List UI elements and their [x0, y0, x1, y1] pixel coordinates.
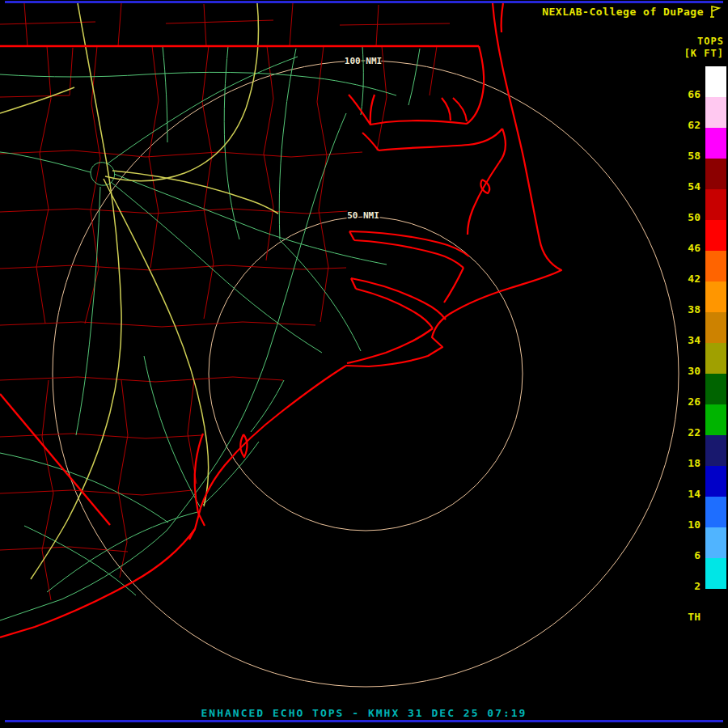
county-boundary [36, 46, 51, 324]
legend-color-swatch [705, 589, 726, 620]
range-ring-50nmi [209, 217, 523, 531]
legend-row: 46 [663, 220, 726, 251]
county-boundary [0, 434, 202, 438]
legend-value-label: 2 [683, 580, 700, 592]
road [111, 182, 322, 353]
legend-value-label: 30 [683, 365, 700, 377]
legend-row: 34 [663, 312, 726, 343]
county-boundary [0, 490, 193, 495]
county-boundary [24, 3, 379, 46]
legend-color-swatch [705, 466, 726, 497]
legend-color-swatch [705, 97, 726, 128]
legend-value-label: 66 [683, 88, 700, 100]
road [144, 356, 201, 508]
legend-value-label: 18 [683, 457, 700, 469]
legend-value-label: 58 [683, 150, 700, 162]
legend-value-label: 10 [683, 518, 700, 531]
legend-row: 50 [663, 189, 726, 220]
legend-color-swatch [705, 558, 726, 589]
legend-row: 26 [663, 374, 726, 404]
header: NEXLAB-College of DuPage [542, 4, 723, 19]
ring-label-50nmi: 50 NMI [347, 210, 379, 221]
road [0, 72, 396, 95]
road [279, 49, 296, 239]
radar-screen: 100 NMI 50 NMI NEXLAB-College of DuPage … [0, 0, 728, 728]
county-boundary [42, 380, 53, 600]
legend-color-swatch [705, 189, 726, 220]
road [163, 46, 167, 142]
legend-color-swatch [705, 404, 726, 435]
upper-banks-line [502, 3, 503, 32]
station-flag-icon [709, 4, 723, 19]
ring-label-100nmi: 100 NMI [345, 56, 382, 66]
legend-row: 2 [663, 558, 726, 589]
county-boundary [202, 46, 214, 319]
legend-value-label: 22 [683, 426, 700, 438]
county-boundary [118, 380, 128, 578]
legend-scale: 66625854504642383430262218141062TH [663, 66, 726, 620]
legend-value-label: TH [683, 611, 700, 623]
legend-row: 30 [663, 343, 726, 374]
legend-color-swatch [705, 251, 726, 281]
legend-color-swatch [705, 312, 726, 343]
county-boundary [264, 46, 273, 260]
road [0, 152, 91, 172]
legend-title: TOPS [663, 36, 726, 48]
range-rings [53, 61, 679, 687]
legend-color-swatch [705, 374, 726, 404]
legend-row: 62 [663, 97, 726, 128]
county-boundary [0, 377, 283, 382]
legend-color-swatch [705, 128, 726, 159]
county-boundary [0, 48, 73, 97]
legend-value-label: 38 [683, 303, 700, 315]
county-boundary [0, 209, 348, 214]
legend-value-label: 46 [683, 242, 700, 254]
county-boundary [0, 322, 315, 327]
pamlico-river-shore [349, 231, 469, 268]
currituck-shore [467, 46, 484, 124]
range-ring-100nmi [53, 61, 679, 687]
legend-value-label: 54 [683, 180, 700, 193]
legend-value-label: 6 [683, 549, 700, 561]
pamlico-sound-shore [468, 163, 499, 235]
county-boundary [317, 46, 328, 322]
legend-value-label: 14 [683, 488, 700, 500]
legend-row: 42 [663, 251, 726, 281]
coastline [0, 3, 561, 637]
road-lines [0, 46, 420, 620]
legend-value-label: 50 [683, 211, 700, 223]
legend-color-swatch [705, 435, 726, 466]
interstate [112, 171, 278, 214]
legend-row: 18 [663, 435, 726, 466]
state-borders [0, 46, 479, 525]
legend-value-label: 62 [683, 119, 700, 131]
county-boundary [0, 20, 450, 25]
legend-row: 10 [663, 497, 726, 527]
neuse-river-shore [351, 278, 446, 328]
radar-map: 100 NMI 50 NMI [0, 0, 728, 728]
county-boundary [377, 46, 437, 150]
legend-color-swatch [705, 343, 726, 374]
county-boundary [0, 150, 362, 157]
status-bar-text: ENHANCED ECHO TOPS - KMHX 31 DEC 25 07:1… [201, 707, 527, 719]
legend-row: 38 [663, 281, 726, 312]
legend-color-swatch [705, 497, 726, 527]
legend-value-label: 26 [683, 396, 700, 408]
legend-color-swatch [705, 66, 726, 97]
albemarle-south-shore [362, 129, 506, 163]
road [203, 442, 259, 505]
between-rivers-shore [444, 268, 463, 303]
highway-lines [0, 3, 278, 579]
legend-row: 66 [663, 66, 726, 97]
legend-row: 6 [663, 527, 726, 558]
interstate [0, 87, 74, 113]
legend-color-swatch [705, 159, 726, 189]
legend-row: 54 [663, 159, 726, 189]
legend-row: 14 [663, 466, 726, 497]
legend-color-swatch [705, 220, 726, 251]
site-title: NEXLAB-College of DuPage [542, 6, 704, 18]
legend: TOPS [K FT] 6662585450464238343026221814… [663, 36, 726, 620]
legend-value-label: 42 [683, 273, 700, 285]
legend-color-swatch [705, 281, 726, 312]
legend-row: 58 [663, 128, 726, 159]
